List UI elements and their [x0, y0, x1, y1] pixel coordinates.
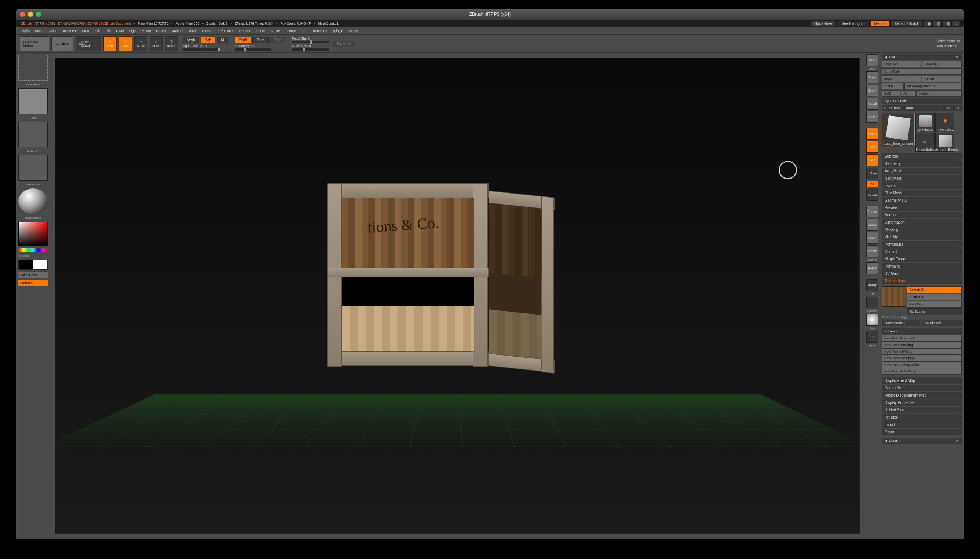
quicksave-button[interactable]: QuickSave	[810, 20, 836, 27]
new-from-masking-button[interactable]: New From Masking	[882, 342, 962, 348]
goz-button[interactable]: GoZ	[882, 90, 900, 97]
menu-picker[interactable]: Picker	[202, 29, 211, 33]
save-as-button[interactable]: Save As	[922, 61, 962, 68]
texture-on-button[interactable]: Texture On	[907, 286, 962, 293]
zadd-button[interactable]: Zadd	[235, 37, 251, 43]
bpr-button[interactable]: BPR	[866, 54, 878, 66]
move-mode-button[interactable]: ↔Move	[134, 36, 148, 51]
viewport[interactable]: tions & Co.	[55, 58, 860, 534]
seethrough-slider[interactable]: See-through 0	[837, 20, 869, 27]
menu-zscript[interactable]: Zscript	[348, 29, 358, 33]
layout-icon[interactable]: ▦	[924, 20, 932, 27]
draw-mode-button[interactable]: ✐Draw	[119, 36, 132, 51]
tool-thumb[interactable]: Cylinder3D	[915, 113, 935, 132]
clone-txtr-button[interactable]: Clone Txtr	[907, 294, 962, 300]
acc-uvmap[interactable]: UV Map	[882, 270, 962, 277]
home-icon[interactable]: ⌂	[952, 20, 960, 27]
zoom-button[interactable]: Zoom	[866, 85, 878, 96]
acc-subtool[interactable]: SubTool	[882, 153, 962, 160]
clone-button[interactable]: Clone	[882, 83, 904, 89]
menu-zplugin[interactable]: Zplugin	[332, 29, 343, 33]
swatch-black[interactable]	[18, 260, 33, 270]
acc-deformation[interactable]: Deformation	[882, 219, 962, 226]
acc-geometryhd[interactable]: Geometry HD	[882, 197, 962, 204]
menu-document[interactable]: Document	[61, 29, 77, 33]
rgb-intensity-slider[interactable]	[182, 48, 219, 51]
new-from-polypaint-button[interactable]: New From Polypaint	[882, 335, 962, 342]
menu-brush[interactable]: Brush	[35, 29, 44, 33]
focal-shift-slider[interactable]	[292, 41, 328, 43]
dynamic-button[interactable]: Dynamic	[333, 41, 355, 47]
acc-fibermesh[interactable]: FiberMesh	[882, 190, 962, 197]
acc-polypaint[interactable]: Polypaint	[882, 263, 962, 270]
alpha-slot[interactable]	[18, 122, 48, 147]
menu-edit[interactable]: Edit	[95, 29, 101, 33]
rgb-button[interactable]: Rgb	[201, 37, 215, 43]
layout-icon[interactable]: ▤	[943, 20, 951, 27]
z-intensity-slider[interactable]	[235, 48, 271, 51]
menu-macro[interactable]: Macro	[142, 29, 151, 33]
frame-button[interactable]: Frame	[866, 206, 878, 217]
texture-thumbnail[interactable]	[882, 286, 906, 307]
draw-size-slider[interactable]	[292, 48, 328, 51]
export-button[interactable]: Export	[922, 76, 962, 82]
material-sphere[interactable]	[18, 189, 48, 214]
new-from-vertexorder-button[interactable]: New From Vertex Order	[882, 361, 962, 368]
stroke-slot[interactable]	[18, 88, 48, 114]
load-tool-button[interactable]: Load Tool	[882, 61, 921, 68]
menu-alpha[interactable]: Alpha	[21, 29, 30, 33]
acc-polygroups[interactable]: Polygroups	[882, 241, 962, 248]
scroll-button[interactable]: Scroll	[866, 71, 878, 83]
menu-preferences[interactable]: Preferences	[216, 29, 234, 33]
menu-light[interactable]: Light	[129, 29, 137, 33]
menu-draw[interactable]: Draw	[82, 29, 90, 33]
solo-button[interactable]	[866, 314, 878, 326]
close-icon[interactable]	[20, 12, 25, 17]
default-script-button[interactable]: DefaultZScript	[891, 20, 922, 27]
acc-vdispmap[interactable]: Vector Displacement Map	[882, 392, 962, 399]
new-from-uvmap-button[interactable]: New From UV Map	[882, 348, 962, 355]
xpose-button2[interactable]: ⋮⋮	[866, 331, 878, 343]
ghost-button[interactable]	[866, 296, 878, 308]
menu-tool[interactable]: Tool	[301, 29, 307, 33]
goz-all-button[interactable]: All	[901, 90, 915, 97]
hue-strip[interactable]	[18, 248, 48, 252]
zsub-button[interactable]: Zsub	[252, 37, 269, 43]
acc-geometry[interactable]: Geometry	[882, 160, 962, 167]
polyf-button[interactable]: PolyF	[866, 263, 878, 274]
menu-color[interactable]: Color	[49, 29, 57, 33]
acc-dispmap[interactable]: Displacement Map	[882, 377, 962, 384]
current-tool-name[interactable]: Cube_from_Blender.	[882, 105, 944, 111]
layout-icon[interactable]: ▥	[933, 20, 941, 27]
maximize-icon[interactable]	[36, 12, 41, 17]
menu-render[interactable]: Render	[239, 29, 250, 33]
acc-preview[interactable]: Preview	[882, 204, 962, 211]
menu-stroke[interactable]: Stroke	[270, 29, 280, 33]
antialiased-button[interactable]: Antialiased	[922, 320, 962, 326]
xyz-button[interactable]: XYZ	[866, 181, 878, 187]
acc-surface[interactable]: Surface	[882, 212, 962, 218]
menu-stencil[interactable]: Stencil	[255, 29, 265, 33]
goz-visible-button[interactable]: Visible	[916, 90, 962, 97]
actual-button[interactable]: Actual	[866, 98, 878, 109]
lightbox-tools-button[interactable]: Lightbox › Tools	[882, 98, 962, 104]
acc-texturemap[interactable]: Texture Map	[882, 278, 962, 284]
refresh-icon[interactable]: ⟳	[956, 55, 959, 59]
mrgb-button[interactable]: Mrgb	[182, 37, 199, 43]
transparent-slider[interactable]: Transparent 0	[882, 320, 921, 326]
rotate-mode-button[interactable]: ↻Rotate	[165, 36, 178, 51]
acc-import[interactable]: Import	[882, 421, 962, 428]
menu-material[interactable]: Material	[171, 29, 183, 33]
persp-button[interactable]: Persp	[866, 128, 878, 140]
m-button[interactable]: M	[217, 37, 228, 43]
new-from-uvcheck-button[interactable]: New From UV Check	[882, 355, 962, 361]
menu-file[interactable]: File	[106, 29, 111, 33]
acc-morphtarget[interactable]: Morph Target	[882, 255, 962, 263]
transp-button[interactable]: Transp	[866, 280, 878, 291]
acc-contact[interactable]: Contact	[882, 248, 962, 255]
refresh-icon[interactable]: ⟳	[956, 439, 959, 442]
aahalf-button[interactable]: AAHalf	[866, 111, 878, 123]
tool-header[interactable]: ◀Tool⟳	[882, 54, 962, 60]
tool-thumb-current[interactable]: Cube_from_Blender	[882, 113, 915, 146]
zplugin-header[interactable]: ◀Zplugin⟳	[882, 438, 962, 443]
